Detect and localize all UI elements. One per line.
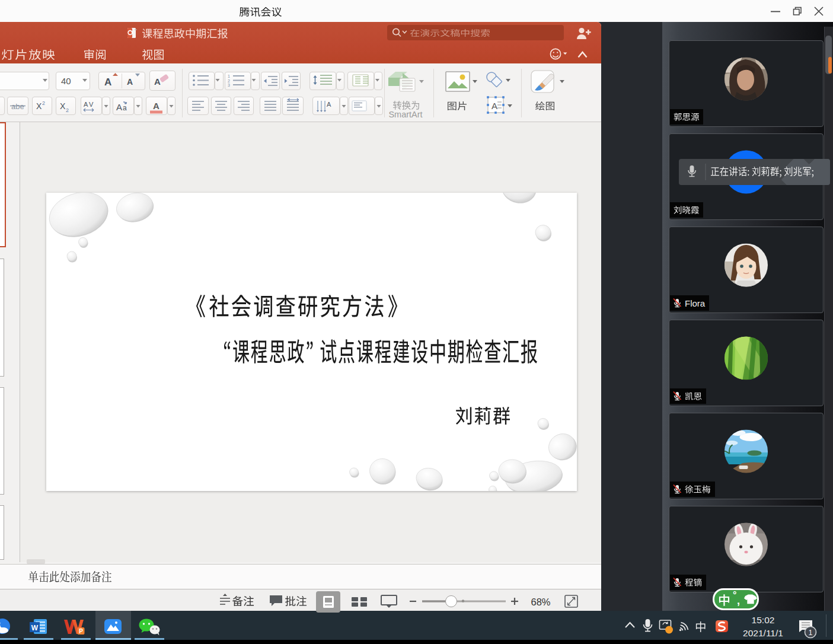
svg-text:,: , — [737, 595, 740, 607]
svg-text:V: V — [89, 101, 94, 108]
svg-text:15:02: 15:02 — [752, 615, 775, 625]
svg-text:A: A — [491, 101, 497, 111]
svg-text:X: X — [36, 101, 42, 111]
svg-text:2: 2 — [42, 100, 45, 106]
svg-text:1: 1 — [809, 629, 813, 637]
svg-text:3: 3 — [228, 83, 230, 87]
svg-text:40: 40 — [61, 76, 71, 86]
svg-text:°: ° — [733, 590, 736, 600]
svg-text:abe: abe — [11, 102, 24, 111]
svg-text:a: a — [123, 104, 127, 112]
svg-text:Flora: Flora — [685, 298, 706, 308]
svg-text:X: X — [60, 101, 66, 111]
svg-text:2: 2 — [228, 79, 230, 83]
svg-text:A: A — [327, 101, 331, 108]
svg-text:A: A — [127, 77, 133, 87]
svg-text:68%: 68% — [531, 597, 550, 607]
svg-text:W: W — [31, 624, 39, 632]
svg-text:2021/11/1: 2021/11/1 — [743, 628, 783, 638]
svg-text:SmartArt: SmartArt — [388, 110, 422, 119]
svg-text:A: A — [84, 101, 88, 108]
svg-text:A: A — [154, 76, 161, 87]
svg-text:A: A — [153, 101, 159, 111]
svg-text:A: A — [116, 102, 122, 112]
svg-text:1: 1 — [228, 74, 230, 78]
svg-text:A: A — [104, 76, 111, 88]
svg-text:P: P — [79, 628, 83, 635]
svg-text:2: 2 — [66, 107, 69, 113]
